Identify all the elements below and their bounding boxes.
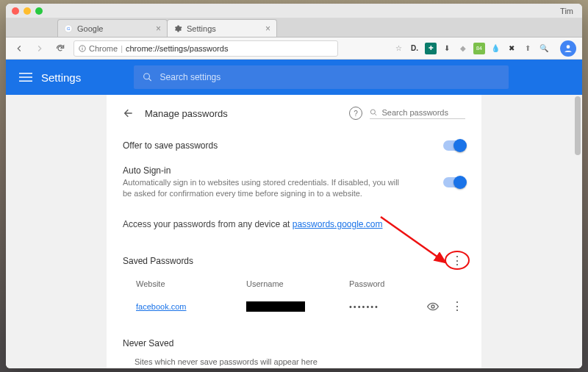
auto-signin-desc: Automatically sign in to websites using …: [123, 177, 402, 200]
access-text: Access your passwords from any device at: [123, 219, 293, 229]
svg-rect-4: [82, 46, 83, 47]
google-favicon: G: [64, 24, 73, 33]
scrollbar[interactable]: [575, 96, 581, 155]
ext-icon[interactable]: ✖: [506, 43, 517, 54]
help-icon[interactable]: ?: [349, 107, 362, 120]
tab-label: Settings: [187, 24, 216, 33]
auto-signin-label: Auto Sign-in: [123, 165, 402, 176]
profile-avatar[interactable]: [560, 40, 576, 57]
close-icon[interactable]: ×: [265, 24, 270, 34]
ext-icon[interactable]: D.: [409, 43, 420, 54]
back-arrow-icon[interactable]: [123, 107, 135, 119]
settings-header: Settings: [6, 60, 582, 95]
window-titlebar: Tim: [6, 4, 582, 18]
ext-icon[interactable]: 💧: [490, 43, 501, 54]
star-icon[interactable]: ☆: [392, 43, 404, 54]
window-minimize-button[interactable]: [24, 7, 31, 15]
back-button[interactable]: [12, 41, 26, 56]
never-saved-desc: Sites which never save passwords will ap…: [123, 357, 465, 366]
svg-point-11: [370, 110, 375, 114]
url-path: chrome://settings/passwords: [126, 44, 228, 53]
password-mask: •••••••: [349, 302, 415, 311]
offer-save-label: Offer to save passwords: [123, 140, 218, 151]
never-saved-heading: Never Saved: [123, 338, 465, 348]
settings-title: Settings: [41, 71, 81, 84]
saved-passwords-label: Saved Passwords: [123, 256, 193, 266]
svg-rect-7: [19, 76, 32, 78]
tab-settings[interactable]: Settings ×: [167, 19, 277, 37]
passwords-card: Manage passwords ? Offer to save passwor…: [107, 95, 481, 368]
svg-line-10: [149, 79, 151, 81]
tab-google[interactable]: G Google ×: [57, 19, 168, 37]
svg-line-12: [375, 113, 377, 115]
svg-text:G: G: [67, 26, 71, 31]
search-icon: [143, 72, 152, 82]
passwords-table-header: Website Username Password: [123, 279, 465, 293]
svg-point-9: [144, 74, 150, 79]
col-website: Website: [136, 279, 246, 288]
search-icon: [370, 108, 377, 117]
gear-icon: [173, 24, 182, 33]
tab-label: Google: [77, 24, 103, 33]
url-scheme: Chrome: [89, 44, 118, 53]
ext-icon[interactable]: 84: [473, 43, 485, 54]
browser-window: Tim G Google × Settings × Chrome | chrom…: [6, 4, 582, 368]
menu-icon[interactable]: [19, 71, 32, 84]
tab-strip: G Google × Settings ×: [6, 18, 582, 37]
ext-icon[interactable]: ⬇: [441, 43, 453, 54]
col-username: Username: [246, 279, 349, 288]
site-link[interactable]: facebook.com: [136, 302, 186, 311]
reload-button[interactable]: [53, 41, 68, 56]
ext-icon[interactable]: ◆: [457, 43, 469, 54]
show-password-button[interactable]: [427, 301, 439, 312]
search-passwords-input[interactable]: [381, 108, 465, 117]
offer-save-toggle[interactable]: [443, 140, 465, 151]
auto-signin-toggle[interactable]: [443, 177, 465, 187]
row-menu-button[interactable]: ⋮: [449, 298, 465, 315]
offer-save-row: Offer to save passwords: [123, 133, 465, 158]
settings-search-input[interactable]: [160, 72, 501, 82]
access-anywhere-row: Access your passwords from any device at…: [123, 207, 465, 237]
svg-rect-3: [82, 48, 83, 50]
table-row: facebook.com ••••••• ⋮: [123, 293, 465, 321]
site-info-icon[interactable]: [79, 45, 86, 52]
window-maximize-button[interactable]: [35, 7, 43, 15]
svg-point-5: [567, 45, 570, 49]
passwords-google-link[interactable]: passwords.google.com: [293, 219, 383, 229]
extension-icons: ☆ D. ✚ ⬇ ◆ 84 💧 ✖ ⬆ 🔍: [392, 43, 550, 54]
saved-passwords-heading: Saved Passwords ⋮: [123, 253, 465, 269]
search-passwords[interactable]: [370, 108, 465, 119]
settings-search[interactable]: [134, 65, 509, 89]
search-icon[interactable]: 🔍: [538, 43, 550, 54]
content-viewport: Manage passwords ? Offer to save passwor…: [6, 95, 582, 368]
toolbar: Chrome | chrome://settings/passwords ☆ D…: [6, 37, 582, 60]
col-password: Password: [349, 279, 415, 288]
svg-point-13: [431, 305, 434, 308]
eye-icon: [427, 301, 439, 312]
page-title: Manage passwords: [145, 108, 228, 119]
window-close-button[interactable]: [12, 7, 19, 15]
close-icon[interactable]: ×: [156, 24, 161, 34]
username-redacted: [246, 301, 305, 312]
auto-signin-row: Auto Sign-in Automatically sign in to we…: [123, 158, 465, 207]
forward-button[interactable]: [32, 41, 47, 56]
svg-rect-8: [19, 81, 32, 82]
svg-rect-6: [19, 73, 32, 74]
annotation-circle: [445, 251, 470, 270]
saved-passwords-menu-button[interactable]: ⋮: [449, 253, 465, 269]
ext-icon[interactable]: ✚: [425, 43, 437, 54]
ext-icon[interactable]: ⬆: [522, 43, 534, 54]
address-bar[interactable]: Chrome | chrome://settings/passwords: [74, 40, 338, 57]
os-username: Tim: [560, 7, 576, 15]
